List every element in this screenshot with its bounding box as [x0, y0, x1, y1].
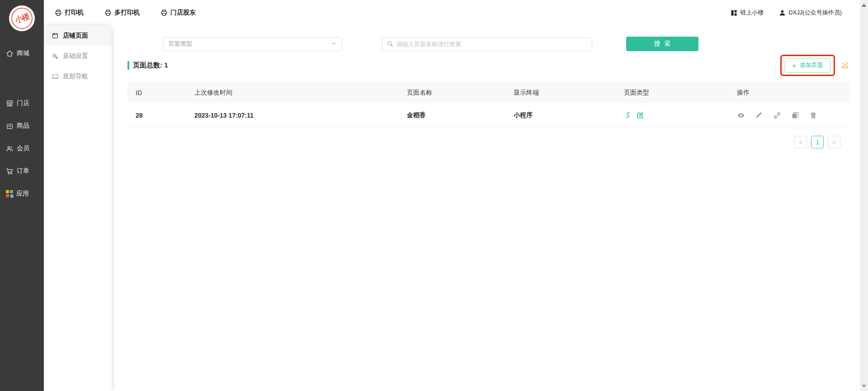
edit-icon[interactable]: [755, 111, 763, 119]
sidebar-item-label: 应用: [16, 190, 29, 198]
user-icon: [779, 10, 786, 16]
copy-icon[interactable]: [791, 111, 799, 119]
search-icon: [387, 41, 393, 47]
search-button[interactable]: 搜索: [626, 37, 698, 51]
window-icon: [52, 32, 59, 39]
search-input[interactable]: [396, 41, 587, 48]
select-placeholder: 页面类型: [169, 40, 192, 48]
user-menu[interactable]: DXJJ(公众号操作员): [779, 9, 842, 17]
subnav-item-label: 底部导航: [63, 72, 88, 81]
cell-name: 金稻香: [407, 111, 514, 119]
cell-actions: [737, 111, 850, 119]
subnav-item-bottom-nav[interactable]: 底部导航: [44, 66, 112, 86]
home-icon: [6, 50, 14, 57]
table-header-row: ID 上次修改时间 页面名称 显示终端 页面类型 操作: [127, 82, 850, 103]
tab-multi-printer[interactable]: 多打印机: [104, 9, 140, 17]
sidebar-item-apps[interactable]: 应用: [0, 182, 44, 205]
add-page-button[interactable]: + 添加页面: [785, 58, 830, 73]
add-page-label: 添加页面: [800, 61, 823, 69]
bag-icon: [6, 122, 14, 130]
user-name: DXJJ(公众号操作员): [788, 9, 842, 17]
sidebar-item-goods[interactable]: 商品: [0, 114, 44, 137]
summary-row: 页面总数: 1 + 添加页面: [127, 54, 849, 76]
main-content: 页面类型 搜索 页面总数: 1 + 添加页面: [112, 25, 860, 391]
table-row: 28 2023-10-13 17:07:11 金稻香 小程序: [127, 103, 850, 128]
pagination: < 1 >: [794, 136, 840, 148]
view-icon[interactable]: [737, 111, 745, 119]
col-header-terminal: 显示终端: [514, 89, 624, 97]
sidebar-item-mall[interactable]: 商城: [0, 42, 44, 65]
tab-label: 多打印机: [114, 9, 140, 17]
search-box: [382, 37, 592, 51]
cell-id: 28: [136, 112, 194, 119]
add-page-area: + 添加页面: [780, 55, 849, 76]
tab-store-shareholder[interactable]: 门店股东: [160, 9, 196, 17]
top-bar: 打印机 多打印机 门店股东 链上小楼 DXJJ(公众号操作员): [44, 0, 860, 25]
page-total-label: 页面总数: 1: [133, 61, 168, 70]
col-header-type: 页面类型: [624, 89, 737, 97]
sidebar-item-members[interactable]: 会员: [0, 137, 44, 160]
sidebar-item-label: 会员: [17, 144, 29, 153]
cell-terminal: 小程序: [514, 111, 624, 119]
app-root: 小楼 商城 门店 商品 会员 订单 应用: [0, 0, 868, 391]
col-header-name: 页面名称: [407, 89, 514, 97]
subnav-item-label: 店铺页面: [63, 32, 88, 40]
page-type-select[interactable]: 页面类型: [163, 37, 342, 51]
cart-icon: [6, 167, 14, 175]
subnav-item-label: 基础设置: [63, 52, 88, 60]
miniprogram-icon: [624, 111, 632, 119]
logo-ring: 小楼: [11, 8, 33, 29]
scrollbar-track[interactable]: [860, 0, 868, 391]
subnav-item-basic-settings[interactable]: 基础设置: [44, 46, 112, 66]
tab-label: 打印机: [65, 9, 84, 17]
sidebar-item-label: 门店: [17, 99, 29, 107]
link-icon[interactable]: [773, 111, 781, 119]
sidebar-item-label: 商城: [17, 49, 29, 57]
apps-icon: [6, 190, 13, 197]
dashboard-grid-icon: [731, 10, 737, 16]
printer-icon: [104, 9, 112, 16]
col-header-id: ID: [136, 89, 194, 96]
pages-table: ID 上次修改时间 页面名称 显示终端 页面类型 操作 28 2023-10-1…: [127, 82, 850, 128]
chevron-down-icon: [331, 40, 336, 48]
sidebar-item-store[interactable]: 门店: [0, 92, 44, 114]
cell-modified: 2023-10-13 17:07:11: [194, 112, 407, 119]
sidebar-item-label: 商品: [17, 122, 29, 130]
alarm-bell-icon[interactable]: [840, 61, 849, 70]
sidebar-item-label: 订单: [17, 167, 29, 175]
edit-square-icon[interactable]: [636, 111, 644, 119]
gears-icon: [52, 52, 59, 60]
annotation-highlight-box: + 添加页面: [780, 55, 835, 76]
cell-page-type: [624, 111, 737, 119]
subnav-item-shop-pages[interactable]: 店铺页面: [44, 25, 112, 46]
top-nav: 打印机 多打印机 门店股东: [44, 9, 196, 17]
tab-label: 门店股东: [170, 9, 196, 17]
logo-text: 小楼: [14, 11, 31, 26]
top-right: 链上小楼 DXJJ(公众号操作员): [731, 9, 860, 17]
main-sidebar: 小楼 商城 门店 商品 会员 订单 应用: [0, 0, 44, 391]
scroll-down-icon[interactable]: [860, 382, 868, 390]
scroll-up-icon[interactable]: [860, 1, 868, 9]
delete-icon[interactable]: [809, 111, 817, 119]
storefront-icon: [6, 100, 14, 107]
store-switcher[interactable]: 链上小楼: [731, 9, 764, 17]
next-page-button[interactable]: >: [828, 136, 840, 148]
page-total-value: 1: [164, 61, 168, 69]
col-header-actions: 操作: [737, 89, 850, 97]
filter-row: 页面类型 搜索: [163, 37, 698, 51]
plus-icon: +: [792, 62, 796, 69]
brand-logo[interactable]: 小楼: [9, 5, 35, 31]
members-icon: [6, 145, 14, 153]
bottom-nav-icon: [52, 73, 59, 80]
tab-printer[interactable]: 打印机: [55, 9, 84, 17]
store-name: 链上小楼: [740, 9, 764, 17]
accent-bar: [127, 61, 129, 70]
page-total: 页面总数: 1: [127, 61, 168, 70]
col-header-modified: 上次修改时间: [194, 89, 407, 97]
printer-icon: [160, 9, 168, 16]
sidebar-item-orders[interactable]: 订单: [0, 160, 44, 182]
prev-page-button[interactable]: <: [794, 136, 807, 148]
page-1-button[interactable]: 1: [811, 136, 824, 148]
printer-icon: [55, 9, 62, 16]
sub-sidebar: 店铺页面 基础设置 底部导航: [44, 25, 112, 391]
